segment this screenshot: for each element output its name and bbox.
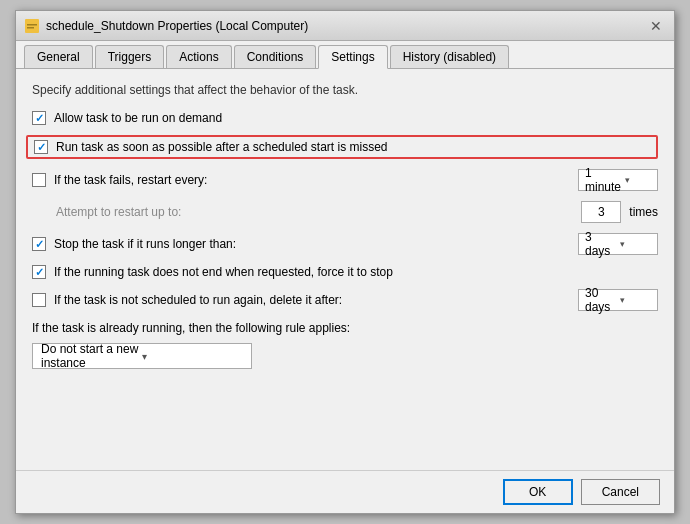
tab-history[interactable]: History (disabled)	[390, 45, 509, 68]
stop-longer-checkbox[interactable]	[32, 237, 46, 251]
run-as-soon-label: Run task as soon as possible after a sch…	[56, 140, 388, 154]
window-icon	[24, 18, 40, 34]
if-task-fails-row: If the task fails, restart every: 1 minu…	[32, 169, 658, 191]
title-bar: schedule_Shutdown Properties (Local Comp…	[16, 11, 674, 41]
times-label: times	[629, 205, 658, 219]
delete-after-checkbox[interactable]	[32, 293, 46, 307]
restart-every-value: 1 minute	[585, 166, 621, 194]
run-as-soon-row: Run task as soon as possible after a sch…	[26, 135, 658, 159]
attempt-restart-input[interactable]	[581, 201, 621, 223]
delete-after-right: 30 days ▾	[578, 289, 658, 311]
ok-button[interactable]: OK	[503, 479, 573, 505]
restart-every-dropdown[interactable]: 1 minute ▾	[578, 169, 658, 191]
tab-conditions[interactable]: Conditions	[234, 45, 317, 68]
attempt-restart-left: Attempt to restart up to:	[56, 205, 181, 219]
tab-bar: General Triggers Actions Conditions Sett…	[16, 41, 674, 69]
allow-run-on-demand-label: Allow task to be run on demand	[54, 111, 222, 125]
stop-longer-value: 3 days	[585, 230, 616, 258]
allow-run-on-demand-row: Allow task to be run on demand	[32, 111, 658, 125]
restart-every-arrow: ▾	[625, 175, 651, 185]
force-stop-row: If the running task does not end when re…	[32, 265, 658, 279]
running-rule-value: Do not start a new instance	[41, 342, 142, 370]
stop-longer-left: Stop the task if it runs longer than:	[32, 237, 236, 251]
delete-after-row: If the task is not scheduled to run agai…	[32, 289, 658, 311]
if-task-fails-right: 1 minute ▾	[578, 169, 658, 191]
close-button[interactable]: ✕	[646, 16, 666, 36]
attempt-restart-label: Attempt to restart up to:	[56, 205, 181, 219]
settings-content: Specify additional settings that affect …	[16, 69, 674, 470]
svg-rect-1	[27, 24, 37, 26]
delete-after-left: If the task is not scheduled to run agai…	[32, 293, 342, 307]
if-task-fails-left: If the task fails, restart every:	[32, 173, 207, 187]
stop-longer-dropdown[interactable]: 3 days ▾	[578, 233, 658, 255]
window-title: schedule_Shutdown Properties (Local Comp…	[46, 19, 308, 33]
allow-run-on-demand-checkbox[interactable]	[32, 111, 46, 125]
title-bar-left: schedule_Shutdown Properties (Local Comp…	[24, 18, 308, 34]
running-rule-label: If the task is already running, then the…	[32, 321, 658, 335]
delete-after-value: 30 days	[585, 286, 616, 314]
if-task-fails-checkbox[interactable]	[32, 173, 46, 187]
main-window: schedule_Shutdown Properties (Local Comp…	[15, 10, 675, 514]
footer: OK Cancel	[16, 470, 674, 513]
attempt-restart-right: times	[581, 201, 658, 223]
cancel-button[interactable]: Cancel	[581, 479, 660, 505]
tab-triggers[interactable]: Triggers	[95, 45, 165, 68]
if-task-fails-label: If the task fails, restart every:	[54, 173, 207, 187]
stop-longer-row: Stop the task if it runs longer than: 3 …	[32, 233, 658, 255]
delete-after-dropdown[interactable]: 30 days ▾	[578, 289, 658, 311]
description-text: Specify additional settings that affect …	[32, 83, 658, 97]
running-rule-arrow: ▾	[142, 351, 243, 362]
stop-longer-label: Stop the task if it runs longer than:	[54, 237, 236, 251]
tab-general[interactable]: General	[24, 45, 93, 68]
running-rule-dropdown[interactable]: Do not start a new instance ▾	[32, 343, 252, 369]
tab-settings[interactable]: Settings	[318, 45, 387, 69]
stop-longer-right: 3 days ▾	[578, 233, 658, 255]
delete-after-arrow: ▾	[620, 295, 651, 305]
delete-after-label: If the task is not scheduled to run agai…	[54, 293, 342, 307]
svg-rect-2	[27, 27, 34, 29]
tab-actions[interactable]: Actions	[166, 45, 231, 68]
force-stop-checkbox[interactable]	[32, 265, 46, 279]
stop-longer-arrow: ▾	[620, 239, 651, 249]
attempt-restart-row: Attempt to restart up to: times	[32, 201, 658, 223]
force-stop-label: If the running task does not end when re…	[54, 265, 393, 279]
run-as-soon-checkbox[interactable]	[34, 140, 48, 154]
svg-rect-0	[25, 19, 39, 33]
